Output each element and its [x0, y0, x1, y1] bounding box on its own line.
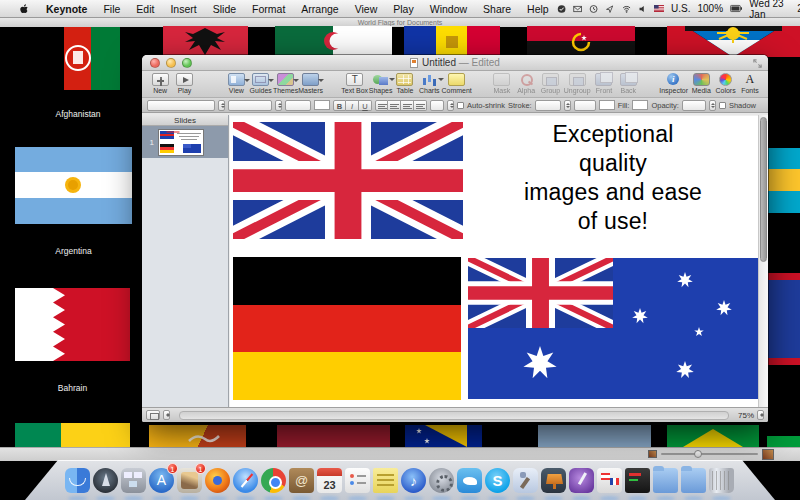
view-button[interactable]: View [224, 73, 248, 94]
align-left-button[interactable] [375, 100, 388, 111]
dock-mission-control[interactable] [120, 467, 147, 494]
table-button[interactable]: Table [393, 73, 417, 94]
menu-keynote[interactable]: Keynote [38, 3, 95, 15]
menu-format[interactable]: Format [244, 3, 293, 15]
opacity-field[interactable] [682, 100, 706, 111]
menu-slide[interactable]: Slide [205, 3, 244, 15]
dock-skype[interactable]: S [484, 467, 511, 494]
dock-itunes[interactable]: ♪ [400, 467, 427, 494]
text-color-dropdown[interactable] [285, 100, 311, 111]
vertical-scrollbar[interactable] [758, 115, 768, 407]
slide-thumbnail-row[interactable]: 1 [142, 126, 228, 158]
underline-button[interactable]: U [359, 100, 372, 111]
charts-button[interactable]: Charts [417, 73, 441, 94]
input-flag-icon[interactable] [654, 4, 664, 13]
dock-twitter[interactable] [456, 467, 483, 494]
columns-stepper[interactable] [447, 100, 454, 111]
timemachine-menu-icon[interactable] [557, 3, 566, 15]
dock-launchpad[interactable] [92, 467, 119, 494]
dock-keynote[interactable] [540, 467, 567, 494]
align-center-button[interactable] [388, 100, 401, 111]
title-bar[interactable]: Untitled — Edited [142, 55, 768, 71]
input-source-label[interactable]: U.S. [671, 3, 690, 14]
new-slide-button[interactable]: New [148, 73, 172, 94]
menu-help[interactable]: Help [519, 3, 557, 15]
volume-icon[interactable] [638, 3, 647, 15]
dock-system-preferences[interactable] [428, 467, 455, 494]
wifi-icon[interactable] [622, 3, 631, 15]
mask-button[interactable]: Mask [490, 73, 514, 94]
menu-share[interactable]: Share [475, 3, 519, 15]
stroke-stepper[interactable] [564, 100, 571, 111]
front-button[interactable]: Front [592, 73, 616, 94]
font-family-dropdown[interactable] [147, 100, 215, 111]
alpha-button[interactable]: Alpha [514, 73, 538, 94]
menu-play[interactable]: Play [385, 3, 421, 15]
menu-view[interactable]: View [347, 3, 386, 15]
bold-button[interactable]: B [333, 100, 346, 111]
menu-window[interactable]: Window [422, 3, 475, 15]
text-box-button[interactable]: TText Box [341, 73, 369, 94]
stroke-color-well[interactable] [599, 100, 615, 110]
colors-button[interactable]: Colors [713, 73, 737, 94]
align-justify-button[interactable] [414, 100, 427, 111]
menu-date[interactable]: Wed 23 Jan [749, 0, 790, 20]
font-size-stepper[interactable] [275, 100, 282, 111]
mail-menu-icon[interactable] [573, 3, 582, 15]
horizontal-scrollbar[interactable] [179, 411, 729, 420]
play-button[interactable]: Play [172, 73, 196, 94]
dock-reminders[interactable] [344, 467, 371, 494]
slide-headline[interactable]: Exceptional quality images and ease of u… [468, 120, 758, 236]
italic-button[interactable]: I [346, 100, 359, 111]
font-size-dropdown[interactable] [228, 100, 272, 111]
masters-button[interactable]: Masters [298, 73, 323, 94]
battery-icon[interactable] [730, 4, 742, 13]
menu-edit[interactable]: Edit [128, 3, 162, 15]
menu-insert[interactable]: Insert [162, 3, 204, 15]
inspector-button[interactable]: iInspector [658, 73, 689, 94]
slide-canvas[interactable]: Exceptional quality images and ease of u… [230, 116, 758, 407]
scrollbar-thumb[interactable] [760, 117, 767, 262]
guides-button[interactable]: Guides [249, 73, 273, 94]
zoom-stepper[interactable] [757, 410, 764, 420]
germany-flag-image[interactable] [233, 257, 461, 400]
battery-percent[interactable]: 100% [697, 3, 723, 14]
back-button[interactable]: Back [616, 73, 640, 94]
shapes-button[interactable]: Shapes [368, 73, 392, 94]
menu-file[interactable]: File [95, 3, 128, 15]
slide-thumbnail[interactable] [158, 129, 204, 156]
auto-shrink-checkbox[interactable] [457, 102, 464, 109]
stroke-color-dropdown[interactable] [574, 100, 596, 111]
ungroup-button[interactable]: Ungroup [563, 73, 592, 94]
group-button[interactable]: Group [538, 73, 562, 94]
dock-folder-2[interactable] [680, 467, 707, 494]
stroke-style-dropdown[interactable] [535, 100, 561, 111]
dock-finder[interactable] [64, 467, 91, 494]
dock-world-flags-app[interactable] [596, 467, 623, 494]
dock-contacts[interactable]: @ [288, 467, 315, 494]
text-color-well[interactable] [314, 100, 330, 110]
view-stepper[interactable] [163, 410, 170, 420]
dock-firefox[interactable] [204, 467, 231, 494]
fullscreen-icon[interactable] [753, 59, 762, 68]
dock-app-store[interactable]: A1 [148, 467, 175, 494]
dock-trash[interactable] [708, 467, 735, 494]
location-icon[interactable] [605, 3, 614, 15]
opacity-stepper[interactable] [709, 100, 716, 111]
dock-chrome[interactable] [260, 467, 287, 494]
media-button[interactable]: Media [689, 73, 713, 94]
uk-flag-image[interactable] [233, 122, 463, 239]
dock-stickies[interactable] [372, 467, 399, 494]
dock-folder-1[interactable] [652, 467, 679, 494]
themes-button[interactable]: Themes [273, 73, 298, 94]
apple-menu[interactable] [10, 3, 38, 15]
comment-button[interactable]: Comment [441, 73, 471, 94]
navigator-view-button[interactable] [146, 410, 160, 420]
menu-arrange[interactable]: Arrange [293, 3, 346, 15]
dock-calendar[interactable]: 23 [316, 467, 343, 494]
fonts-button[interactable]: AFonts [738, 73, 762, 94]
fill-color-well[interactable] [632, 100, 648, 110]
dock-box-app[interactable] [624, 467, 651, 494]
dock-safari[interactable] [232, 467, 259, 494]
shadow-checkbox[interactable] [719, 102, 726, 109]
